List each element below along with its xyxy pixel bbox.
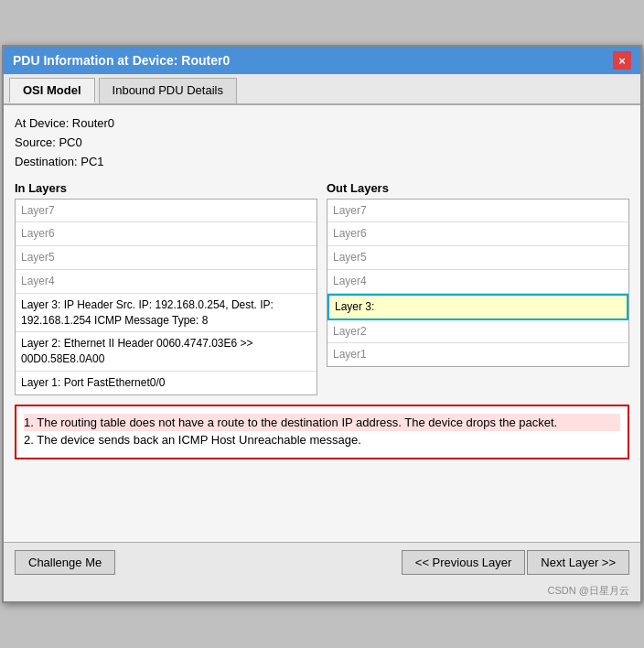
out-layer2[interactable]: Layer2 (327, 320, 628, 344)
bottom-bar: Challenge Me << Previous Layer Next Laye… (4, 542, 640, 582)
out-layers-list: Layer7 Layer6 Layer5 Layer4 Layer 3: Lay… (327, 199, 629, 368)
out-layer6[interactable]: Layer6 (327, 222, 628, 246)
out-layers-title: Out Layers (327, 181, 629, 195)
watermark: CSDN @日星月云 (4, 582, 640, 601)
out-layer4[interactable]: Layer4 (327, 270, 628, 294)
previous-layer-button[interactable]: << Previous Layer (402, 550, 526, 575)
source-label: Source: PC0 (15, 134, 629, 153)
at-device-label: At Device: Router0 (15, 114, 629, 134)
description-line-2: 2. The device sends back an ICMP Host Un… (24, 431, 620, 449)
out-layer3[interactable]: Layer 3: (327, 294, 628, 320)
layers-container: In Layers Layer7 Layer6 Layer5 Layer4 La… (15, 181, 629, 395)
out-layer7[interactable]: Layer7 (327, 200, 628, 223)
in-layer2[interactable]: Layer 2: Ethernet II Header 0060.4747.03… (16, 332, 317, 372)
close-button[interactable]: × (613, 51, 631, 70)
tab-bar: OSI Model Inbound PDU Details (4, 74, 640, 105)
in-layers-list: Layer7 Layer6 Layer5 Layer4 Layer 3: IP … (15, 199, 317, 395)
out-layer1[interactable]: Layer1 (327, 343, 628, 366)
device-info: At Device: Router0 Source: PC0 Destinati… (15, 114, 629, 171)
title-bar: PDU Information at Device: Router0 × (4, 47, 640, 74)
in-layer7[interactable]: Layer7 (16, 200, 317, 223)
in-layers-title: In Layers (15, 181, 317, 195)
layer-nav-buttons: << Previous Layer Next Layer >> (402, 550, 629, 575)
in-layer4[interactable]: Layer4 (16, 270, 317, 294)
tab-inbound-pdu[interactable]: Inbound PDU Details (99, 78, 237, 103)
in-layer1[interactable]: Layer 1: Port FastEthernet0/0 (16, 372, 317, 394)
tab-osi[interactable]: OSI Model (9, 78, 95, 103)
in-layer6[interactable]: Layer6 (16, 222, 317, 246)
in-layer3[interactable]: Layer 3: IP Header Src. IP: 192.168.0.25… (16, 294, 317, 333)
in-layer5[interactable]: Layer5 (16, 246, 317, 270)
in-layers-panel: In Layers Layer7 Layer6 Layer5 Layer4 La… (15, 181, 317, 395)
description-box: 1. The routing table does not have a rou… (15, 405, 629, 459)
out-layers-panel: Out Layers Layer7 Layer6 Layer5 Layer4 L… (327, 181, 629, 395)
main-content: At Device: Router0 Source: PC0 Destinati… (4, 105, 640, 542)
window-title: PDU Information at Device: Router0 (13, 53, 230, 68)
destination-label: Destination: PC1 (15, 153, 629, 172)
description-line-1: 1. The routing table does not have a rou… (24, 414, 620, 432)
challenge-me-button[interactable]: Challenge Me (15, 550, 115, 575)
next-layer-button[interactable]: Next Layer >> (527, 550, 629, 575)
pdu-window: PDU Information at Device: Router0 × OSI… (2, 45, 642, 603)
out-layer5[interactable]: Layer5 (327, 246, 628, 270)
